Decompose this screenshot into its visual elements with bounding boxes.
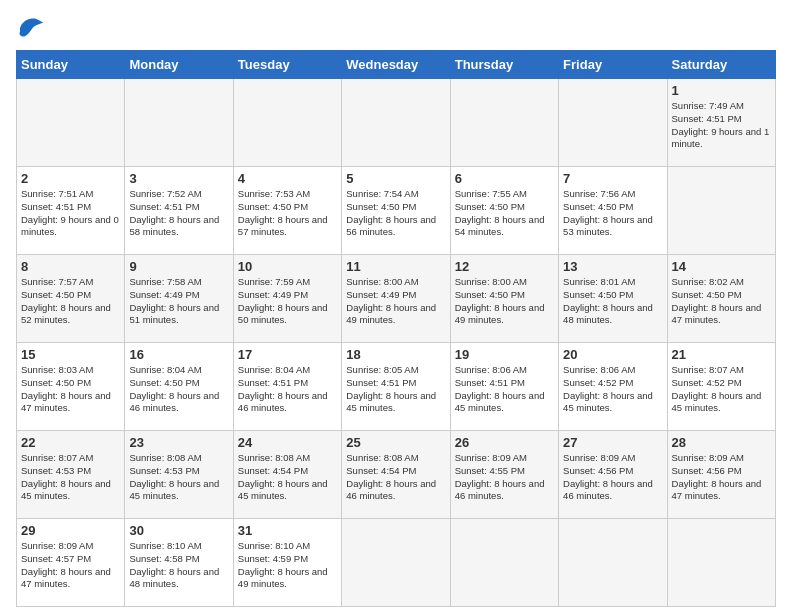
calendar-cell: 8Sunrise: 7:57 AMSunset: 4:50 PMDaylight… xyxy=(17,255,125,343)
calendar-cell xyxy=(450,79,558,167)
header-day-tuesday: Tuesday xyxy=(233,51,341,79)
calendar-cell xyxy=(342,519,450,607)
calendar-cell: 14Sunrise: 8:02 AMSunset: 4:50 PMDayligh… xyxy=(667,255,775,343)
day-info: Sunrise: 8:03 AMSunset: 4:50 PMDaylight:… xyxy=(21,364,111,413)
day-info: Sunrise: 8:07 AMSunset: 4:53 PMDaylight:… xyxy=(21,452,111,501)
calendar-week-6: 29Sunrise: 8:09 AMSunset: 4:57 PMDayligh… xyxy=(17,519,776,607)
calendar-cell: 6Sunrise: 7:55 AMSunset: 4:50 PMDaylight… xyxy=(450,167,558,255)
day-info: Sunrise: 8:08 AMSunset: 4:53 PMDaylight:… xyxy=(129,452,219,501)
day-number: 1 xyxy=(672,83,771,98)
day-info: Sunrise: 7:58 AMSunset: 4:49 PMDaylight:… xyxy=(129,276,219,325)
header-day-saturday: Saturday xyxy=(667,51,775,79)
calendar-cell xyxy=(450,519,558,607)
day-number: 23 xyxy=(129,435,228,450)
calendar-cell: 7Sunrise: 7:56 AMSunset: 4:50 PMDaylight… xyxy=(559,167,667,255)
day-number: 16 xyxy=(129,347,228,362)
calendar-cell: 18Sunrise: 8:05 AMSunset: 4:51 PMDayligh… xyxy=(342,343,450,431)
day-number: 25 xyxy=(346,435,445,450)
calendar-cell: 11Sunrise: 8:00 AMSunset: 4:49 PMDayligh… xyxy=(342,255,450,343)
day-number: 17 xyxy=(238,347,337,362)
calendar-cell: 30Sunrise: 8:10 AMSunset: 4:58 PMDayligh… xyxy=(125,519,233,607)
day-number: 3 xyxy=(129,171,228,186)
day-number: 10 xyxy=(238,259,337,274)
day-info: Sunrise: 7:57 AMSunset: 4:50 PMDaylight:… xyxy=(21,276,111,325)
day-number: 19 xyxy=(455,347,554,362)
day-info: Sunrise: 7:52 AMSunset: 4:51 PMDaylight:… xyxy=(129,188,219,237)
calendar-cell xyxy=(559,79,667,167)
day-info: Sunrise: 8:09 AMSunset: 4:57 PMDaylight:… xyxy=(21,540,111,589)
calendar-cell: 10Sunrise: 7:59 AMSunset: 4:49 PMDayligh… xyxy=(233,255,341,343)
day-info: Sunrise: 8:09 AMSunset: 4:56 PMDaylight:… xyxy=(672,452,762,501)
calendar-week-3: 8Sunrise: 7:57 AMSunset: 4:50 PMDaylight… xyxy=(17,255,776,343)
day-number: 27 xyxy=(563,435,662,450)
calendar-cell: 5Sunrise: 7:54 AMSunset: 4:50 PMDaylight… xyxy=(342,167,450,255)
calendar-cell: 27Sunrise: 8:09 AMSunset: 4:56 PMDayligh… xyxy=(559,431,667,519)
day-info: Sunrise: 7:56 AMSunset: 4:50 PMDaylight:… xyxy=(563,188,653,237)
day-number: 6 xyxy=(455,171,554,186)
day-info: Sunrise: 8:09 AMSunset: 4:55 PMDaylight:… xyxy=(455,452,545,501)
day-info: Sunrise: 8:10 AMSunset: 4:59 PMDaylight:… xyxy=(238,540,328,589)
day-info: Sunrise: 7:51 AMSunset: 4:51 PMDaylight:… xyxy=(21,188,119,237)
calendar-cell: 13Sunrise: 8:01 AMSunset: 4:50 PMDayligh… xyxy=(559,255,667,343)
logo-icon xyxy=(18,16,46,38)
day-number: 22 xyxy=(21,435,120,450)
day-info: Sunrise: 8:06 AMSunset: 4:52 PMDaylight:… xyxy=(563,364,653,413)
calendar-cell: 25Sunrise: 8:08 AMSunset: 4:54 PMDayligh… xyxy=(342,431,450,519)
calendar-cell xyxy=(667,167,775,255)
calendar-cell: 22Sunrise: 8:07 AMSunset: 4:53 PMDayligh… xyxy=(17,431,125,519)
calendar-cell xyxy=(559,519,667,607)
calendar-cell: 26Sunrise: 8:09 AMSunset: 4:55 PMDayligh… xyxy=(450,431,558,519)
day-number: 4 xyxy=(238,171,337,186)
calendar-cell xyxy=(342,79,450,167)
day-info: Sunrise: 7:55 AMSunset: 4:50 PMDaylight:… xyxy=(455,188,545,237)
day-number: 12 xyxy=(455,259,554,274)
calendar-table: SundayMondayTuesdayWednesdayThursdayFrid… xyxy=(16,50,776,607)
day-info: Sunrise: 8:08 AMSunset: 4:54 PMDaylight:… xyxy=(346,452,436,501)
day-info: Sunrise: 8:04 AMSunset: 4:51 PMDaylight:… xyxy=(238,364,328,413)
calendar-cell xyxy=(667,519,775,607)
day-number: 31 xyxy=(238,523,337,538)
calendar-cell: 24Sunrise: 8:08 AMSunset: 4:54 PMDayligh… xyxy=(233,431,341,519)
calendar-week-5: 22Sunrise: 8:07 AMSunset: 4:53 PMDayligh… xyxy=(17,431,776,519)
day-number: 30 xyxy=(129,523,228,538)
calendar-cell: 2Sunrise: 7:51 AMSunset: 4:51 PMDaylight… xyxy=(17,167,125,255)
day-number: 15 xyxy=(21,347,120,362)
calendar-cell: 29Sunrise: 8:09 AMSunset: 4:57 PMDayligh… xyxy=(17,519,125,607)
day-info: Sunrise: 8:00 AMSunset: 4:49 PMDaylight:… xyxy=(346,276,436,325)
calendar-cell: 1Sunrise: 7:49 AMSunset: 4:51 PMDaylight… xyxy=(667,79,775,167)
day-info: Sunrise: 8:00 AMSunset: 4:50 PMDaylight:… xyxy=(455,276,545,325)
calendar-cell: 31Sunrise: 8:10 AMSunset: 4:59 PMDayligh… xyxy=(233,519,341,607)
calendar-cell xyxy=(125,79,233,167)
day-number: 9 xyxy=(129,259,228,274)
day-number: 7 xyxy=(563,171,662,186)
header-day-thursday: Thursday xyxy=(450,51,558,79)
calendar-cell: 20Sunrise: 8:06 AMSunset: 4:52 PMDayligh… xyxy=(559,343,667,431)
calendar-cell: 21Sunrise: 8:07 AMSunset: 4:52 PMDayligh… xyxy=(667,343,775,431)
day-info: Sunrise: 8:01 AMSunset: 4:50 PMDaylight:… xyxy=(563,276,653,325)
day-number: 28 xyxy=(672,435,771,450)
day-info: Sunrise: 8:08 AMSunset: 4:54 PMDaylight:… xyxy=(238,452,328,501)
calendar-cell: 9Sunrise: 7:58 AMSunset: 4:49 PMDaylight… xyxy=(125,255,233,343)
day-number: 13 xyxy=(563,259,662,274)
calendar-cell: 4Sunrise: 7:53 AMSunset: 4:50 PMDaylight… xyxy=(233,167,341,255)
calendar-cell: 3Sunrise: 7:52 AMSunset: 4:51 PMDaylight… xyxy=(125,167,233,255)
day-number: 14 xyxy=(672,259,771,274)
day-number: 8 xyxy=(21,259,120,274)
day-number: 21 xyxy=(672,347,771,362)
day-number: 5 xyxy=(346,171,445,186)
header-day-sunday: Sunday xyxy=(17,51,125,79)
header-day-monday: Monday xyxy=(125,51,233,79)
day-info: Sunrise: 7:49 AMSunset: 4:51 PMDaylight:… xyxy=(672,100,770,149)
day-info: Sunrise: 8:04 AMSunset: 4:50 PMDaylight:… xyxy=(129,364,219,413)
calendar-cell: 12Sunrise: 8:00 AMSunset: 4:50 PMDayligh… xyxy=(450,255,558,343)
day-info: Sunrise: 7:54 AMSunset: 4:50 PMDaylight:… xyxy=(346,188,436,237)
logo xyxy=(16,16,48,38)
day-info: Sunrise: 7:53 AMSunset: 4:50 PMDaylight:… xyxy=(238,188,328,237)
calendar-week-4: 15Sunrise: 8:03 AMSunset: 4:50 PMDayligh… xyxy=(17,343,776,431)
header-row: SundayMondayTuesdayWednesdayThursdayFrid… xyxy=(17,51,776,79)
calendar-cell xyxy=(17,79,125,167)
day-number: 26 xyxy=(455,435,554,450)
day-number: 18 xyxy=(346,347,445,362)
day-number: 20 xyxy=(563,347,662,362)
day-number: 2 xyxy=(21,171,120,186)
